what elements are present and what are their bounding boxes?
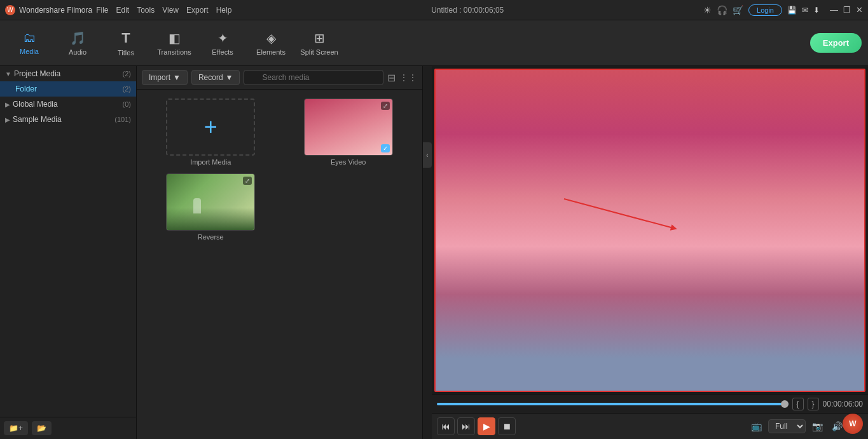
tree-project-media[interactable]: ▼ Project Media (2): [0, 66, 136, 81]
document-title: Untitled : 00:00:06;05: [431, 6, 504, 15]
headphone-icon[interactable]: 🎧: [717, 5, 727, 15]
timecode-display: 00:00:06:00: [823, 400, 863, 409]
stop-button[interactable]: ⏹: [498, 417, 516, 435]
global-media-label: Global Media: [13, 100, 123, 109]
eyes-video-item[interactable]: ⤢ ✓ Eyes Video: [280, 95, 418, 170]
menu-tools[interactable]: Tools: [137, 6, 155, 15]
project-media-count: (2): [123, 70, 131, 78]
folder-count: (2): [123, 85, 131, 93]
titlebar-left: W Wondershare Filmora File Edit Tools Vi…: [5, 5, 231, 15]
search-input[interactable]: [244, 70, 383, 85]
seek-handle[interactable]: [781, 400, 789, 408]
search-wrapper: 🔍: [244, 70, 383, 85]
sun-icon[interactable]: ☀: [703, 5, 712, 15]
global-media-arrow: ▶: [5, 101, 10, 108]
import-plus-icon: +: [204, 114, 217, 140]
toolbar-split-screen-label: Split Screen: [300, 48, 338, 56]
titlebar-action-icons: ☀ 🎧 🛒: [703, 5, 743, 15]
media-icon: 🗂: [23, 30, 36, 45]
reverse-video-item[interactable]: ⤢ Reverse: [142, 170, 280, 245]
menu-help[interactable]: Help: [216, 6, 232, 15]
global-media-count: (0): [123, 100, 131, 108]
out-point-button[interactable]: }: [808, 398, 819, 410]
toolbar-effects[interactable]: ✦ Effects: [200, 24, 245, 62]
maximize-button[interactable]: ❐: [843, 5, 851, 15]
app-name: Wondershare Filmora: [19, 6, 92, 15]
thumb-overlay: ⤢: [381, 102, 390, 110]
import-chevron-icon: ▼: [173, 73, 181, 82]
open-folder-button[interactable]: 📂: [32, 421, 52, 435]
toolbar-elements[interactable]: ◈ Elements: [248, 24, 294, 62]
sample-media-arrow: ▶: [5, 116, 10, 123]
zoom-select[interactable]: Full 75% 50%: [768, 419, 806, 433]
record-button[interactable]: Record ▼: [191, 70, 240, 85]
sample-media-count: (101): [114, 116, 131, 123]
in-point-button[interactable]: {: [792, 398, 804, 410]
window-controls: — ❐ ✕: [830, 5, 863, 15]
close-button[interactable]: ✕: [856, 5, 863, 15]
minimize-button[interactable]: —: [830, 5, 838, 15]
expand-icon: ⤢: [381, 102, 390, 110]
reverse-thumb: ⤢: [166, 173, 255, 231]
project-media-label: Project Media: [14, 69, 123, 78]
preview-area: { } 00:00:06:00 ⏮ ⏭ ▶ ⏹ 📺 Full 75% 50% 📷…: [432, 66, 868, 439]
panel-area: ‹: [423, 66, 432, 439]
toolbar-audio[interactable]: 🎵 Audio: [55, 24, 100, 62]
import-thumb: +: [166, 98, 255, 156]
toolbar-titles-label: Titles: [118, 49, 134, 57]
seek-bar[interactable]: [437, 403, 789, 405]
toolbar-media[interactable]: 🗂 Media: [6, 24, 52, 62]
menu-edit[interactable]: Edit: [116, 6, 130, 15]
titlebar: W Wondershare Filmora File Edit Tools Vi…: [0, 0, 868, 20]
preview-to-file-button[interactable]: 📺: [748, 420, 764, 433]
project-media-arrow: ▼: [5, 71, 11, 78]
skip-back-button[interactable]: ⏮: [437, 417, 455, 435]
import-label: Import: [149, 73, 170, 82]
snapshot-button[interactable]: 📷: [809, 420, 825, 433]
tree-folder[interactable]: Folder (2): [0, 81, 136, 97]
step-forward-button[interactable]: ⏭: [457, 417, 475, 435]
preview-video: [434, 69, 865, 392]
toolbar-media-label: Media: [20, 48, 39, 55]
menu-export[interactable]: Export: [186, 6, 209, 15]
titles-icon: T: [121, 30, 130, 46]
mail-icon[interactable]: ✉: [802, 6, 808, 15]
login-button[interactable]: Login: [748, 4, 782, 16]
media-toolbar: Import ▼ Record ▼ 🔍 ⊟ ⋮⋮: [137, 66, 422, 90]
project-tree: ▼ Project Media (2) Folder (2) ▶ Global …: [0, 66, 136, 417]
cart-icon[interactable]: 🛒: [733, 5, 743, 15]
toolbar-effects-label: Effects: [212, 48, 233, 56]
panel-toggle-button[interactable]: ‹: [423, 142, 432, 168]
media-panel: Import ▼ Record ▼ 🔍 ⊟ ⋮⋮ + Import Media: [137, 66, 423, 439]
eyes-video-thumb: ⤢ ✓: [304, 98, 393, 156]
grid-view-icon[interactable]: ⋮⋮: [399, 72, 417, 83]
toolbar-transitions-label: Transitions: [157, 48, 191, 56]
filter-icon[interactable]: ⊟: [387, 72, 396, 84]
save-icon[interactable]: 💾: [787, 6, 797, 15]
import-media-label: Import Media: [190, 158, 231, 166]
reverse-label: Reverse: [198, 233, 224, 241]
new-folder-button[interactable]: 📁+: [4, 421, 28, 435]
watermark: W: [843, 414, 863, 434]
toolbar-transitions[interactable]: ◧ Transitions: [151, 24, 197, 62]
main-toolbar: 🗂 Media 🎵 Audio T Titles ◧ Transitions ✦…: [0, 20, 868, 66]
audio-icon: 🎵: [70, 30, 86, 46]
import-button[interactable]: Import ▼: [142, 70, 188, 85]
tree-sample-media[interactable]: ▶ Sample Media (101): [0, 112, 136, 127]
reverse-expand-icon: ⤢: [243, 177, 252, 185]
menu-view[interactable]: View: [162, 6, 179, 15]
menu-file[interactable]: File: [96, 6, 108, 15]
left-panel: ▼ Project Media (2) Folder (2) ▶ Global …: [0, 66, 137, 439]
folder-label: Folder: [15, 84, 123, 93]
export-button[interactable]: Export: [810, 33, 862, 53]
split-screen-icon: ⊞: [314, 30, 325, 46]
play-button[interactable]: ▶: [478, 417, 495, 435]
toolbar-split-screen[interactable]: ⊞ Split Screen: [296, 24, 342, 62]
tree-global-media[interactable]: ▶ Global Media (0): [0, 97, 136, 112]
download-icon[interactable]: ⬇: [813, 6, 820, 15]
toolbar-audio-label: Audio: [69, 48, 86, 56]
playback-bar: ⏮ ⏭ ▶ ⏹ 📺 Full 75% 50% 📷 🔊 ⛶: [432, 413, 868, 439]
reverse-thumb-overlay: ⤢: [243, 177, 252, 185]
import-media-item[interactable]: + Import Media: [142, 95, 280, 170]
toolbar-titles[interactable]: T Titles: [103, 24, 149, 62]
